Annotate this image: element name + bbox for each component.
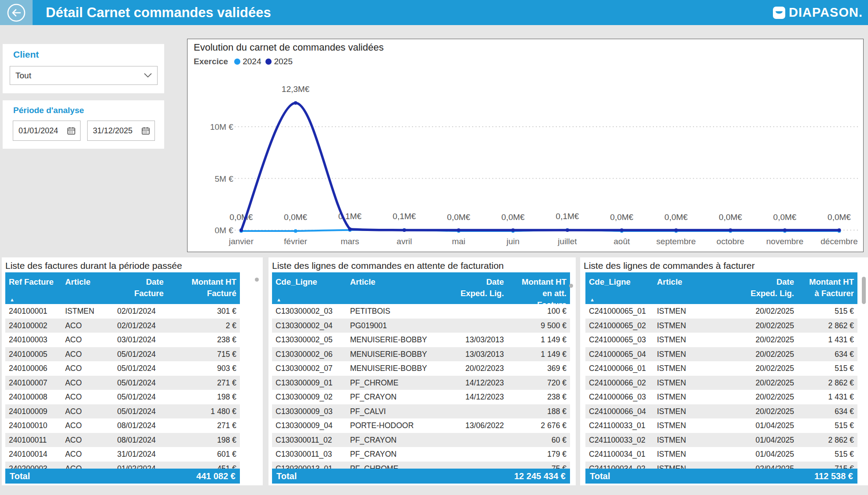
table-row[interactable]: C130300011_03PF_CRAYON179 € xyxy=(272,447,570,462)
table-row[interactable]: 240100001ISTMEN02/01/2024301 € xyxy=(5,304,240,319)
data-label: 0,0M€ xyxy=(773,213,797,222)
table-row[interactable]: 240100003ACO03/01/2024238 € xyxy=(5,333,240,347)
table-row[interactable]: 240100008ACO05/01/2024198 € xyxy=(5,390,240,404)
table-row[interactable]: C241000065_03ISTMEN20/02/20251 431 € xyxy=(585,333,857,347)
table-row[interactable]: C241000065_02ISTMEN20/02/20252 862 € xyxy=(585,319,857,333)
table-row[interactable]: C241000066_03ISTMEN20/02/20251 431 € xyxy=(585,390,857,404)
table-row[interactable]: C130300002_06MENUISERIE-BOBBY13/03/20131… xyxy=(272,347,570,362)
table-row[interactable]: C130300011_02PF_CRAYON60 € xyxy=(272,433,570,447)
table-row[interactable]: 240100006ACO05/01/2024903 € xyxy=(5,361,240,376)
column-header[interactable]: Cde_Ligne xyxy=(272,276,346,304)
table-cell: ISTMEN xyxy=(654,404,735,419)
data-point-2025-mars[interactable] xyxy=(348,227,352,231)
table-card-a-facturer: Liste des lignes de commandes à facturer… xyxy=(580,257,868,485)
table-cell: 14/12/2023 xyxy=(445,376,508,390)
column-header[interactable]: Article xyxy=(654,276,735,304)
table-cell: 238 € xyxy=(167,333,240,347)
client-dropdown-value: Tout xyxy=(15,71,144,81)
data-point-2025-avril[interactable] xyxy=(403,228,406,232)
table-cell: 369 € xyxy=(508,361,570,376)
legend-item-2025[interactable]: 2025 xyxy=(265,57,292,66)
table-row[interactable]: C241100033_01ISTMEN01/04/2025515 € xyxy=(585,418,857,433)
table-cell: 240100003 xyxy=(5,333,62,347)
table-cell: 715 € xyxy=(167,347,240,362)
table-row[interactable]: C130300002_07MENUISERIE-BOBBY20/02/20233… xyxy=(272,361,570,376)
table-cell: 238 € xyxy=(508,390,570,404)
table-row[interactable]: 240100007ACO05/01/2024271 € xyxy=(5,376,240,390)
column-header[interactable]: Montant HT en att. Facture xyxy=(508,276,570,304)
table-row[interactable]: C130300002_03PETITBOIS100 € xyxy=(272,304,570,319)
data-point-2025-juin[interactable] xyxy=(511,228,515,232)
table-row[interactable]: C130300009_01PF_CHROME14/12/2023720 € xyxy=(272,376,570,390)
column-header[interactable]: Montant HT à Facturer xyxy=(798,276,857,304)
scrollbar-thumb[interactable] xyxy=(862,277,866,304)
table-row[interactable]: C241000066_02ISTMEN20/02/20252 862 € xyxy=(585,376,857,390)
x-axis-label: septembre xyxy=(656,237,696,246)
legend-label-2024: 2024 xyxy=(243,57,261,66)
table-row[interactable]: C130300009_02PF_CRAYON14/12/2023238 € xyxy=(272,390,570,404)
column-header[interactable]: Montant HT Facturé xyxy=(167,276,240,304)
table-title: Liste des lignes de commandes en attente… xyxy=(272,260,572,271)
table-cell xyxy=(445,304,508,319)
data-point-2025-septembre[interactable] xyxy=(674,228,678,232)
legend-item-2024[interactable]: 2024 xyxy=(234,57,261,66)
data-point-2025-janvier[interactable] xyxy=(239,228,243,232)
table-row[interactable]: C241100033_02ISTMEN01/04/20252 862 € xyxy=(585,433,857,447)
date-start-input[interactable]: 01/01/2024 xyxy=(13,121,81,141)
table-row[interactable]: C241000066_01ISTMEN20/02/2025515 € xyxy=(585,361,857,376)
back-button[interactable] xyxy=(0,0,33,25)
table-row[interactable]: C241100034_01ISTMEN01/04/2025515 € xyxy=(585,447,857,462)
table-row[interactable]: C130300009_04PORTE-HODOOR13/06/20222 676… xyxy=(272,418,570,433)
table-cell: 01/04/2025 xyxy=(735,433,798,447)
column-header[interactable]: Article xyxy=(62,276,106,304)
client-dropdown[interactable]: Tout xyxy=(10,66,158,85)
table-row[interactable]: C241100034_02ISTMEN02/04/2025715 € xyxy=(585,462,857,469)
data-point-2025-novembre[interactable] xyxy=(783,228,787,232)
table-cell: 20/02/2025 xyxy=(735,319,798,333)
table-cell: C130300002_04 xyxy=(272,319,346,333)
column-header[interactable]: Date Exped. Lig. xyxy=(735,276,798,304)
data-point-2025-août[interactable] xyxy=(620,228,624,232)
table-card-attente-facturation: Liste des lignes de commandes en attente… xyxy=(268,257,576,485)
table-row[interactable]: C130300009_03PF_CALVI188 € xyxy=(272,404,570,419)
table-row[interactable]: C241000066_04ISTMEN20/02/2025634 € xyxy=(585,404,857,419)
data-point-2025-décembre[interactable] xyxy=(838,228,841,232)
page-title: Détail Carnet commandes validées xyxy=(46,5,772,21)
table-row[interactable]: 240100005ACO05/01/2024715 € xyxy=(5,347,240,362)
table-row[interactable]: 240100014ACO31/01/2024601 € xyxy=(5,447,240,462)
table-a-facturer: ▲ Cde_LigneArticleDate Exped. Lig.Montan… xyxy=(585,272,857,484)
column-header[interactable]: Article xyxy=(346,276,445,304)
data-point-2025-mai[interactable] xyxy=(457,228,460,232)
table-row[interactable]: C241000065_04ISTMEN20/02/2025634 € xyxy=(585,347,857,362)
column-header[interactable]: Cde_Ligne xyxy=(585,276,654,304)
table-row[interactable]: 240100011ACO08/01/2024198 € xyxy=(5,433,240,447)
legend-label-2025: 2025 xyxy=(274,57,292,66)
data-point-2025-février[interactable] xyxy=(294,101,298,105)
table-cell: 20/02/2025 xyxy=(735,347,798,362)
table-cell: 240100001 xyxy=(5,304,62,319)
table-cell: 301 € xyxy=(167,304,240,319)
table-row[interactable]: 240200003ACO01/02/2024451 € xyxy=(5,462,240,469)
table-row[interactable]: 240100010ACO08/01/2024271 € xyxy=(5,418,240,433)
table-row[interactable]: 240100009ACO05/01/20241 480 € xyxy=(5,404,240,419)
table-row[interactable]: C130300013_01PF_CHROME75 € xyxy=(272,462,570,469)
x-axis-label: avril xyxy=(397,237,412,246)
table-cell: 515 € xyxy=(798,447,857,462)
table-row[interactable]: 240100002ACO02/01/20242 € xyxy=(5,319,240,333)
table-cell: 515 € xyxy=(798,304,857,319)
scrollbar-thumb[interactable] xyxy=(255,278,259,282)
column-header[interactable]: Date Exped. Lig. xyxy=(445,276,508,304)
table-cell: C241000066_01 xyxy=(585,361,654,376)
data-point-2025-juillet[interactable] xyxy=(566,228,569,232)
table-cell: 20/02/2025 xyxy=(735,361,798,376)
table-row[interactable]: C241000065_01ISTMEN20/02/2025515 € xyxy=(585,304,857,319)
table-row[interactable]: C130300002_05MENUISERIE-BOBBY13/03/20131… xyxy=(272,333,570,347)
table-row[interactable]: C130300002_04PG0190019 500 € xyxy=(272,319,570,333)
data-point-2024-février[interactable] xyxy=(294,229,298,233)
date-end-input[interactable]: 31/12/2025 xyxy=(87,121,155,141)
column-header[interactable]: Date Facture xyxy=(106,276,167,304)
table-cell: ACO xyxy=(62,347,106,362)
table-body: 240100001ISTMEN02/01/2024301 €240100002A… xyxy=(5,304,240,469)
scrollbar-thumb[interactable] xyxy=(569,284,573,288)
data-point-2025-octobre[interactable] xyxy=(729,228,732,232)
